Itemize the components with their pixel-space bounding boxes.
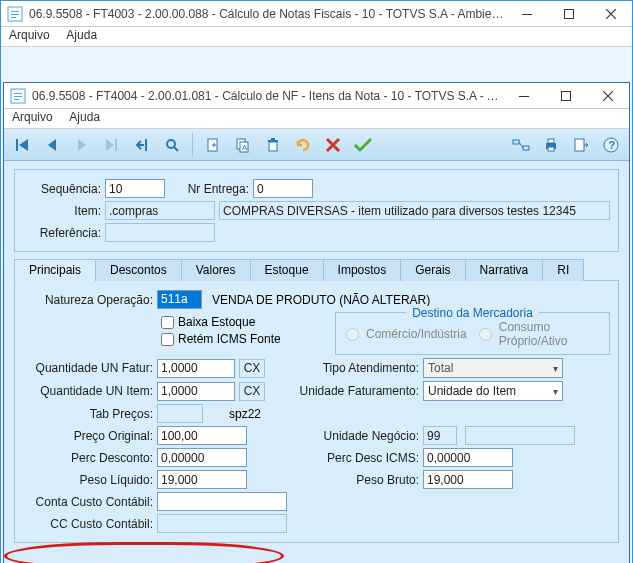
svg-rect-28 — [575, 139, 584, 151]
tabstrip: Principais Descontos Valores Estoque Imp… — [14, 258, 619, 281]
inner-maximize-button[interactable] — [545, 83, 587, 109]
svg-rect-2 — [11, 14, 19, 15]
delete-button[interactable] — [261, 133, 285, 157]
unidade-negocio-desc — [465, 426, 575, 445]
print-button[interactable] — [539, 133, 563, 157]
outer-menu-file[interactable]: Arquivo — [9, 28, 50, 42]
undo-button[interactable] — [291, 133, 315, 157]
qtd-item-label: Quantidade UN Item: — [23, 384, 153, 398]
svg-rect-12 — [16, 139, 18, 151]
baixa-estoque-checkbox[interactable] — [161, 316, 174, 329]
chevron-down-icon: ▾ — [553, 363, 558, 374]
item-code-field — [105, 201, 215, 220]
first-record-button[interactable] — [10, 133, 34, 157]
peso-liquido-label: Peso Líquido: — [23, 473, 153, 487]
last-record-button[interactable] — [100, 133, 124, 157]
prev-record-button[interactable] — [40, 133, 64, 157]
outer-titlebar: 06.9.5508 - FT4003 - 2.00.00.088 - Cálcu… — [1, 1, 632, 27]
svg-rect-14 — [145, 139, 147, 151]
cancel-button[interactable] — [321, 133, 345, 157]
related-button[interactable] — [509, 133, 533, 157]
unidade-negocio-label: Unidade Negócio: — [254, 429, 419, 443]
search-button[interactable] — [160, 133, 184, 157]
tab-precos-desc: spz22 — [229, 407, 261, 421]
tab-narrativa[interactable]: Narrativa — [465, 259, 544, 281]
inner-menu-help[interactable]: Ajuda — [69, 110, 100, 124]
conta-custo-contabil-field[interactable] — [157, 492, 287, 511]
outer-minimize-button[interactable] — [506, 1, 548, 27]
cc-custo-contabil-field — [157, 514, 287, 533]
inner-minimize-button[interactable] — [503, 83, 545, 109]
inner-window: 06.9.5508 - FT4004 - 2.00.01.081 - Cálcu… — [3, 82, 630, 563]
tab-precos-code — [157, 404, 203, 423]
peso-liquido-field[interactable] — [157, 470, 247, 489]
svg-point-15 — [167, 140, 175, 148]
perc-desconto-field[interactable] — [157, 448, 247, 467]
highlight-annotation — [4, 542, 284, 563]
svg-text:A: A — [242, 143, 248, 152]
svg-rect-4 — [522, 14, 532, 15]
nr-entrega-field[interactable] — [253, 179, 313, 198]
outer-close-button[interactable] — [590, 1, 632, 27]
svg-rect-5 — [565, 9, 574, 18]
destino-consumo-label: Consumo Próprio/Ativo — [499, 320, 599, 348]
tab-impostos[interactable]: Impostos — [323, 259, 402, 281]
svg-rect-22 — [271, 138, 275, 140]
outer-window: 06.9.5508 - FT4003 - 2.00.00.088 - Cálcu… — [0, 0, 633, 563]
cc-custo-contabil-label: CC Custo Contábil: — [23, 517, 153, 531]
preco-original-field[interactable] — [157, 426, 247, 445]
copy-button[interactable]: A — [231, 133, 255, 157]
qtd-item-field[interactable] — [157, 382, 235, 401]
tab-ri[interactable]: RI — [542, 259, 584, 281]
natureza-operacao-desc: VENDA DE PRODUTO (NÃO ALTERAR) — [212, 293, 430, 307]
tipo-atendimento-select[interactable]: Total▾ — [423, 358, 563, 378]
peso-bruto-field[interactable] — [423, 470, 513, 489]
outer-maximize-button[interactable] — [548, 1, 590, 27]
next-record-button[interactable] — [70, 133, 94, 157]
outer-menu-help[interactable]: Ajuda — [66, 28, 97, 42]
goto-button[interactable] — [130, 133, 154, 157]
export-button[interactable] — [569, 133, 593, 157]
inner-close-button[interactable] — [587, 83, 629, 109]
preco-original-label: Preço Original: — [23, 429, 153, 443]
tab-estoque[interactable]: Estoque — [250, 259, 324, 281]
qtd-fatur-field[interactable] — [157, 359, 235, 378]
tab-descontos[interactable]: Descontos — [95, 259, 182, 281]
svg-text:?: ? — [609, 139, 616, 151]
unidade-faturamento-select[interactable]: Unidade do Item▾ — [423, 381, 563, 401]
svg-rect-24 — [523, 146, 529, 150]
svg-rect-8 — [14, 96, 22, 97]
destino-comercio-radio — [346, 328, 359, 341]
chevron-down-icon: ▾ — [553, 386, 558, 397]
svg-rect-7 — [14, 93, 22, 94]
sequencia-field[interactable] — [105, 179, 165, 198]
tab-gerais[interactable]: Gerais — [400, 259, 465, 281]
confirm-button[interactable] — [351, 133, 375, 157]
perc-desconto-label: Perc Desconto: — [23, 451, 153, 465]
unidade-faturamento-label: Unidade Faturamento: — [289, 384, 419, 398]
app-icon — [7, 6, 23, 22]
retem-icms-checkbox[interactable] — [161, 333, 174, 346]
peso-bruto-label: Peso Bruto: — [254, 473, 419, 487]
destino-consumo-radio — [479, 328, 492, 341]
svg-rect-3 — [11, 17, 16, 18]
perc-desc-icms-field[interactable] — [423, 448, 513, 467]
app-icon — [10, 88, 26, 104]
inner-menubar: Arquivo Ajuda — [4, 109, 629, 129]
tab-principais[interactable]: Principais — [14, 259, 96, 281]
tab-panel-principais: Natureza Operação: 511a VENDA DE PRODUTO… — [14, 281, 619, 543]
tab-valores[interactable]: Valores — [181, 259, 251, 281]
svg-rect-1 — [11, 11, 19, 12]
help-button[interactable]: ? — [599, 133, 623, 157]
destino-comercio-label: Comércio/Indústria — [366, 327, 467, 341]
toolbar: A ? — [4, 129, 629, 161]
sequencia-label: Sequência: — [23, 182, 101, 196]
inner-menu-file[interactable]: Arquivo — [12, 110, 53, 124]
destino-legend: Destino da Mercadoria — [406, 306, 539, 320]
natureza-operacao-code[interactable]: 511a — [157, 290, 202, 309]
content-area: Sequência: Nr Entrega: Item: Referência: — [4, 161, 629, 563]
new-button[interactable] — [201, 133, 225, 157]
baixa-estoque-label: Baixa Estoque — [178, 315, 255, 329]
qtd-item-un: CX — [239, 382, 265, 401]
referencia-field — [105, 223, 215, 242]
